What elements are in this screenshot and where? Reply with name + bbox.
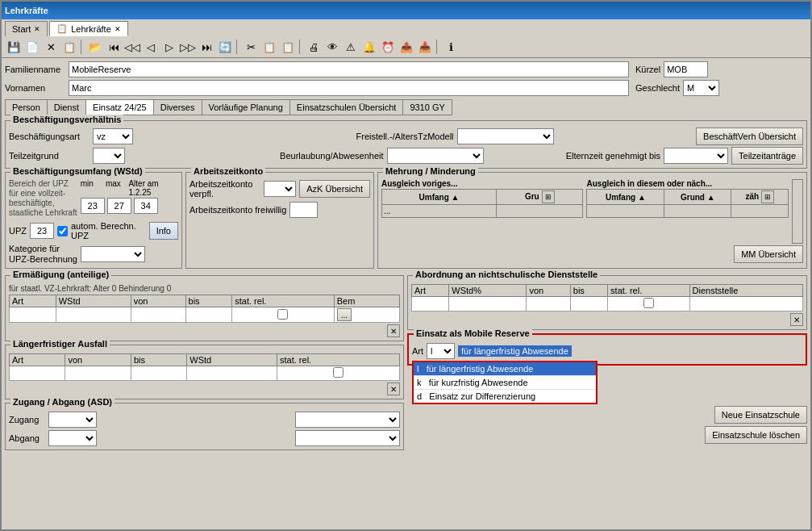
toolbar-prev2[interactable]: ◁◁	[123, 38, 141, 56]
einsatz-art-select[interactable]: l	[427, 343, 455, 359]
toolbar-clock[interactable]: ⏰	[379, 38, 397, 56]
toolbar-save[interactable]: 💾	[5, 38, 23, 56]
toolbar-paste1[interactable]: 📋	[260, 38, 278, 56]
kategorie-select[interactable]	[81, 246, 145, 262]
cell-umfang2	[587, 205, 664, 218]
teilzeit-btn[interactable]: Teilzeitanträge	[731, 147, 803, 165]
erm-bem-btn[interactable]: ...	[337, 308, 352, 321]
dropdown-item-d[interactable]: d Einsatz zur Differenzierung	[414, 389, 596, 403]
toolbar-next2[interactable]: ▷▷	[179, 38, 197, 56]
th-grund2: Grund ▲	[664, 190, 731, 205]
toolbar-info[interactable]: ℹ	[442, 38, 460, 56]
azk-btn[interactable]: AzK Übersicht	[299, 180, 370, 198]
toolbar-cut[interactable]: ✂	[242, 38, 260, 56]
vornamen-input[interactable]	[69, 80, 629, 96]
toolbar-last[interactable]: ⏭	[198, 38, 215, 56]
th-lf-art: Art	[10, 354, 65, 366]
ermaessigung-table: Art WStd von bis stat. rel. Bem	[9, 295, 400, 323]
toolbar-import[interactable]: 📥	[416, 38, 434, 56]
freistell-select[interactable]	[457, 128, 554, 144]
toolbar-next[interactable]: ▷	[160, 38, 178, 56]
th-ab-von: von	[527, 285, 570, 297]
lf-delete-btn[interactable]: ✕	[387, 383, 400, 395]
max-input[interactable]	[107, 198, 131, 214]
tab-lehrkraefte[interactable]: 📋 Lehrkräfte ✕	[49, 21, 128, 36]
tab-person[interactable]: Person	[5, 99, 47, 115]
einsatz-mobile-title: Einsatz als Mobile Reserve	[414, 328, 532, 338]
erm-art	[10, 307, 56, 323]
freiwillig-input[interactable]	[289, 202, 318, 218]
toolbar-warn[interactable]: ⚠	[342, 38, 360, 56]
tab-dienst[interactable]: Dienst	[47, 99, 85, 115]
toolbar-refresh[interactable]: 🔄	[216, 38, 234, 56]
info-button[interactable]: Info	[149, 222, 178, 240]
ausgleich-table: Umfang ▲ Gru ⊞ ...	[381, 189, 584, 218]
tab-einsatz[interactable]: Einsatz 24/25	[85, 99, 153, 115]
tab-9310[interactable]: 9310 GY	[402, 99, 452, 115]
art-select[interactable]: vz	[93, 128, 133, 144]
min-input[interactable]	[81, 198, 105, 214]
sep2	[236, 40, 239, 54]
sep3	[299, 40, 302, 54]
kuerzel-input[interactable]	[664, 61, 708, 77]
toolbar-preview[interactable]: 👁	[323, 38, 341, 56]
zugang-select2[interactable]	[295, 412, 400, 428]
toolbar-first[interactable]: ⏮	[105, 38, 123, 56]
toolbar-open[interactable]: 📂	[86, 38, 104, 56]
beschaeftvern-btn[interactable]: BeschäftVerh Übersicht	[696, 128, 803, 145]
sort-icon2: ▲	[638, 193, 646, 202]
toolbar-delete[interactable]: ✕	[42, 38, 60, 56]
toolbar-copy[interactable]: 📋	[60, 38, 78, 56]
abordnung-group: Abordnung an nichtschulische Dienststell…	[407, 275, 807, 330]
tab-start-close[interactable]: ✕	[34, 25, 40, 33]
tab-lehrkraefte-close[interactable]: ✕	[115, 25, 121, 33]
azk-group: Arbeitszeitkonto Arbeitszeitkonto verpfl…	[185, 172, 374, 269]
toolbar-bell[interactable]: 🔔	[360, 38, 378, 56]
tab-start[interactable]: Start ✕	[5, 21, 48, 36]
grid-btn-1[interactable]: ⊞	[542, 190, 555, 203]
toolbar-prev[interactable]: ◁	[142, 38, 160, 56]
th-von: von	[131, 295, 185, 307]
einsatz-mobile-group: Einsatz als Mobile Reserve Art l für län…	[407, 333, 807, 366]
dropdown-item-l[interactable]: l für längerfristig Abwesende	[414, 362, 596, 375]
neue-einsatzschule-btn[interactable]: Neue Einsatzschule	[714, 406, 807, 424]
familienname-input[interactable]	[69, 61, 629, 77]
ab-art	[412, 297, 449, 311]
toolbar-export[interactable]: 📤	[398, 38, 415, 56]
dropdown-item-k[interactable]: k für kurzfristig Abwesende	[414, 375, 596, 389]
erm-checkbox[interactable]	[277, 309, 288, 320]
abgang-select2[interactable]	[295, 430, 400, 446]
tab-diverses[interactable]: Diverses	[153, 99, 202, 115]
dropdown-key-k: k	[417, 378, 422, 387]
beschaeftigung-title: Beschäftigungsverhältnis	[10, 115, 123, 124]
zugang-select1[interactable]	[48, 412, 97, 428]
tab-einsatzschulen[interactable]: Einsatzschulen Übersicht	[289, 99, 403, 115]
abgang-select1[interactable]	[48, 430, 97, 446]
teilzeitgrund-select[interactable]	[93, 148, 125, 164]
th-umfang: Umfang ▲	[381, 190, 496, 205]
toolbar-paste2[interactable]: 📋	[279, 38, 297, 56]
lf-von	[65, 366, 131, 381]
ab-wstd	[449, 297, 527, 311]
verpfl-select[interactable]	[264, 181, 296, 197]
ab-delete-btn[interactable]: ✕	[790, 313, 803, 326]
azk-title: Arbeitszeitkonto	[191, 166, 265, 176]
toolbar-print[interactable]: 🖨	[305, 38, 323, 56]
autom-checkbox[interactable]	[57, 226, 68, 236]
geschlecht-select[interactable]: M W	[683, 80, 719, 96]
lf-checkbox[interactable]	[333, 367, 344, 378]
elternzeit-select[interactable]	[664, 148, 728, 164]
ab-checkbox[interactable]	[643, 298, 654, 308]
scrollbar[interactable]	[792, 179, 803, 244]
tab-vorlaeufige[interactable]: Vorläufige Planung	[202, 99, 289, 115]
upz-input[interactable]	[30, 223, 54, 239]
alter-input[interactable]	[134, 198, 158, 214]
einsatzschule-loeschen-btn[interactable]: Einsatzschule löschen	[705, 426, 807, 444]
toolbar-new[interactable]: 📄	[23, 38, 41, 56]
mm-btn[interactable]: MM Übersicht	[734, 245, 803, 263]
tab-start-label: Start	[12, 24, 31, 34]
erm-delete-btn[interactable]: ✕	[387, 324, 400, 337]
beurlaubung-select[interactable]	[387, 148, 484, 164]
grid-btn-2[interactable]: ⊞	[761, 190, 774, 203]
ermaessigung-subtitle: für staatl. VZ-Lehrkraft: Alter 0 Behind…	[9, 284, 400, 293]
